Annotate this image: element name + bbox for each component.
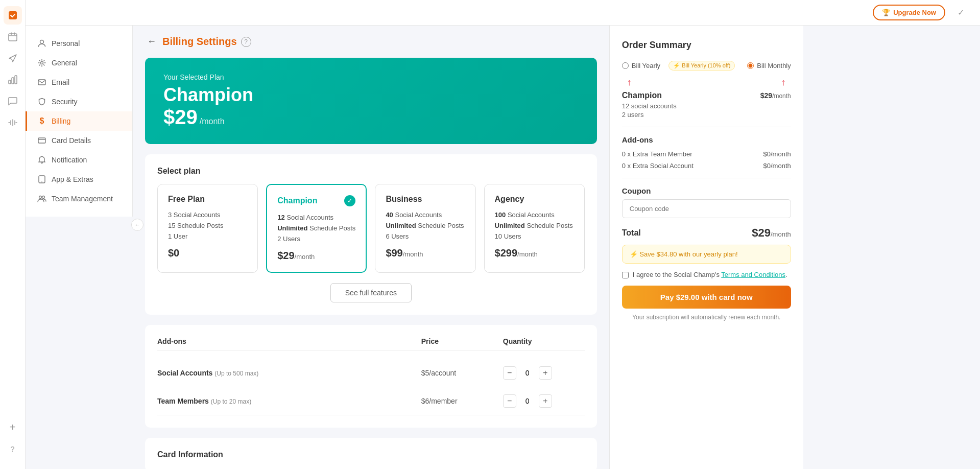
os-plan-detail2: 2 users (622, 111, 791, 119)
addon-social-limit: (Up to 500 max) (214, 370, 258, 377)
agency-feature-3: 10 Users (495, 232, 574, 240)
agency-feature-1: 100 Social Accounts (495, 211, 574, 219)
plan-card-free[interactable]: Free Plan 3 Social Accounts 15 Schedule … (157, 184, 258, 273)
see-features-button[interactable]: See full features (330, 283, 412, 302)
sidebar-item-app[interactable]: App & Extras (26, 170, 132, 189)
plan-card-agency[interactable]: Agency 100 Social Accounts Unlimited Sch… (484, 184, 585, 273)
selected-plan-label: Your Selected Plan (163, 73, 579, 81)
bell-icon (37, 155, 46, 165)
svg-rect-2 (9, 80, 11, 84)
business-feature-1: 40 Social Accounts (386, 211, 465, 219)
yearly-badge: ⚡ Bill Yearly (10% off) (668, 61, 735, 71)
order-summary: Order Summary Bill Yearly ⚡ Bill Yearly … (609, 26, 803, 469)
terms-checkbox[interactable] (622, 272, 629, 278)
sidebar-item-email[interactable]: Email (26, 73, 132, 92)
shield-icon (37, 97, 46, 106)
sidebar-collapse-button[interactable]: ← (131, 219, 144, 231)
sidebar-label-security: Security (52, 98, 78, 106)
selected-plan-price: $29 /month (163, 106, 579, 129)
svg-point-11 (39, 196, 42, 199)
sidebar-item-card[interactable]: Card Details (26, 131, 132, 150)
svg-rect-1 (9, 34, 17, 41)
plan-card-business[interactable]: Business 40 Social Accounts Unlimited Sc… (375, 184, 475, 273)
addon-team-qty: − 0 + (503, 394, 585, 408)
back-button[interactable]: ← (145, 36, 158, 47)
team-qty-value: 0 (522, 397, 533, 405)
sidebar-label-personal: Personal (52, 39, 80, 48)
pay-button[interactable]: Pay $29.00 with card now (622, 286, 791, 309)
sidebar-label-email: Email (52, 78, 69, 86)
renew-note: Your subscription will automatically ren… (622, 314, 791, 321)
billing-toggle: Bill Yearly ⚡ Bill Yearly (10% off) Bill… (622, 61, 791, 71)
free-feature-3: 1 User (168, 232, 247, 240)
billing-yearly-radio[interactable] (622, 62, 629, 69)
billing-yearly-option[interactable]: Bill Yearly (622, 62, 660, 69)
notifications-button[interactable]: ✓ (951, 4, 970, 22)
terms-link[interactable]: Terms and Conditions (721, 271, 785, 278)
svg-rect-3 (12, 78, 14, 84)
save-banner: ⚡ Save $34.80 with our yearly plan! (622, 245, 791, 264)
team-qty-plus[interactable]: + (539, 394, 552, 408)
billing-monthly-radio[interactable] (747, 62, 754, 69)
help-icon[interactable]: ? (241, 37, 251, 47)
plan-card-champion[interactable]: Champion ✓ 12 Social Accounts Unlimited … (266, 184, 367, 273)
svg-rect-8 (38, 138, 45, 143)
billing-yearly-label: Bill Yearly (632, 62, 660, 69)
champion-price: $29/month (277, 250, 355, 262)
billing-monthly-label: Bill Monthly (757, 62, 791, 69)
calendar-nav-icon[interactable] (4, 28, 22, 46)
chat-nav-icon[interactable] (4, 92, 22, 110)
add-icon[interactable]: + (4, 418, 22, 436)
agency-price: $299/month (495, 247, 574, 259)
send-nav-icon[interactable] (4, 49, 22, 67)
social-qty-minus[interactable]: − (503, 366, 516, 380)
trophy-icon: 🏆 (882, 9, 890, 16)
coupon-label: Coupon (622, 186, 791, 195)
champion-feature-1: 12 Social Accounts (277, 214, 355, 221)
addon-social-name: Social Accounts (Up to 500 max) (157, 369, 421, 377)
os-plan-row: Champion $29/month 12 social accounts 2 … (622, 91, 791, 119)
waveform-nav-icon[interactable] (4, 113, 22, 132)
addons-section: Add-ons Price Quantity Social Accounts (… (145, 325, 597, 428)
business-feature-3: 6 Users (386, 232, 465, 240)
social-qty-plus[interactable]: + (539, 366, 552, 380)
email-icon (37, 78, 46, 87)
selected-plan-banner: Your Selected Plan Champion $29 /month (145, 58, 597, 144)
business-price: $99/month (386, 247, 465, 259)
sidebar: Personal General Email Security $ Billin… (26, 26, 133, 217)
billing-monthly-option[interactable]: Bill Monthly (747, 62, 791, 69)
total-label: Total (622, 228, 641, 238)
billing-header: ← Billing Settings ? (145, 36, 597, 48)
addon-social-qty: − 0 + (503, 366, 585, 380)
sidebar-item-personal[interactable]: Personal (26, 34, 132, 53)
svg-point-6 (41, 62, 43, 64)
sidebar-item-team[interactable]: Team Management (26, 189, 132, 208)
os-plan-price-text: $29/month (760, 91, 791, 100)
svg-rect-0 (9, 11, 17, 19)
sidebar-item-notification[interactable]: Notification (26, 150, 132, 170)
monthly-arrow-up: ↑ (781, 78, 786, 87)
social-qty-value: 0 (522, 369, 533, 377)
addon-team-name: Team Members (Up to 20 max) (157, 397, 421, 405)
sidebar-label-notification: Notification (52, 156, 87, 164)
coupon-input[interactable] (622, 199, 791, 218)
sidebar-item-billing[interactable]: $ Billing (26, 111, 132, 131)
analytics-nav-icon[interactable] (4, 71, 22, 89)
addon-row-social: Social Accounts (Up to 500 max) $5/accou… (157, 359, 585, 387)
sidebar-label-card: Card Details (52, 136, 91, 145)
os-plan-detail1: 12 social accounts (622, 102, 791, 110)
champion-feature-3: 2 Users (277, 235, 355, 243)
terms-text: I agree to the Social Champ's Terms and … (633, 271, 787, 278)
sidebar-item-general[interactable]: General (26, 53, 132, 73)
free-feature-1: 3 Social Accounts (168, 211, 247, 219)
upgrade-now-button[interactable]: 🏆 Upgrade Now (873, 5, 945, 20)
sidebar-item-security[interactable]: Security (26, 92, 132, 111)
os-addons-title: Add-ons (622, 135, 791, 144)
team-qty-minus[interactable]: − (503, 394, 516, 408)
app-logo-icon[interactable] (4, 6, 22, 25)
help-circle-icon[interactable]: ? (4, 439, 22, 458)
team-icon (37, 194, 46, 203)
selected-plan-name: Champion (163, 84, 579, 106)
sidebar-label-billing: Billing (52, 117, 70, 125)
os-addon-team-label: 0 x Extra Team Member (622, 150, 692, 158)
